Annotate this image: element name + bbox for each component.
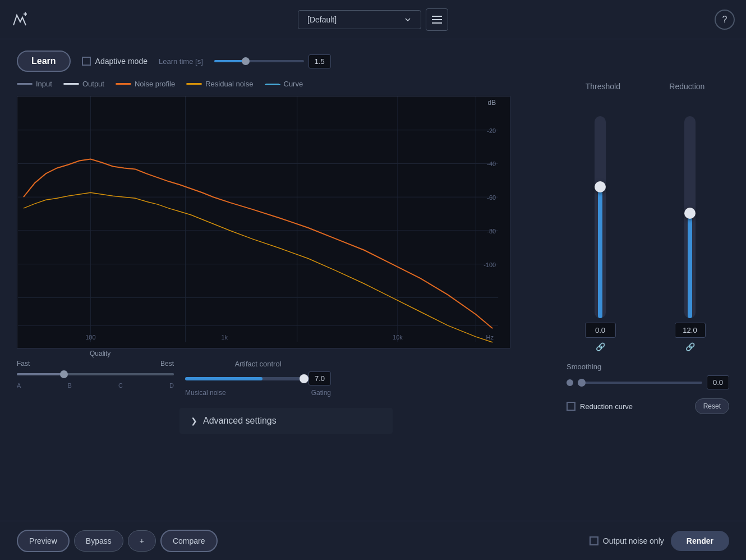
- menu-line-1: [432, 16, 442, 17]
- legend-curve-line: [265, 84, 280, 85]
- svg-text:10k: 10k: [393, 334, 403, 341]
- advanced-settings-chevron: ❯: [191, 416, 197, 425]
- footer: Preview Bypass + Compare Output noise on…: [0, 521, 746, 560]
- legend-row: Input Output Noise profile Residual nois…: [17, 80, 561, 88]
- advanced-settings-wrapper: ❯ Advanced settings: [17, 401, 555, 434]
- output-noise-checkbox[interactable]: [590, 536, 598, 545]
- gating-label: Gating: [311, 389, 331, 397]
- output-noise-toggle[interactable]: Output noise only: [590, 536, 664, 545]
- add-button[interactable]: +: [128, 530, 156, 552]
- quality-section: Fast Best A B C D: [17, 360, 174, 389]
- menu-line-2: [432, 19, 442, 20]
- artifact-section-title: Artifact control: [185, 360, 331, 368]
- learn-time-slider-track[interactable]: [214, 60, 304, 62]
- fast-label: Fast: [17, 360, 30, 368]
- adaptive-mode-checkbox[interactable]: [82, 57, 91, 66]
- compare-button[interactable]: Compare: [160, 530, 218, 552]
- threshold-slider-track[interactable]: [595, 116, 606, 318]
- adaptive-mode-toggle[interactable]: Adaptive mode: [82, 57, 148, 66]
- x-axis-labels: Quality: [17, 350, 510, 357]
- artifact-slider-row: 7.0: [185, 371, 331, 385]
- legend-row-wrapper: Input Output Noise profile Residual nois…: [17, 80, 729, 93]
- svg-text:Hz: Hz: [486, 334, 494, 341]
- artifact-slider-fill: [185, 377, 263, 380]
- help-button[interactable]: ?: [715, 10, 735, 30]
- bypass-button[interactable]: Bypass: [74, 530, 123, 552]
- advanced-settings-bar[interactable]: ❯ Advanced settings: [179, 408, 393, 434]
- reduction-curve-checkbox[interactable]: [567, 402, 575, 411]
- reduction-fill: [688, 213, 692, 318]
- menu-line-3: [432, 22, 442, 24]
- learn-time-thumb[interactable]: [242, 57, 250, 65]
- smoothing-label: Smoothing: [567, 362, 729, 371]
- legend-output-label: Output: [82, 80, 104, 88]
- smoothing-value[interactable]: 0.0: [707, 375, 729, 389]
- threshold-fill: [598, 187, 602, 318]
- svg-text:-40: -40: [487, 160, 496, 167]
- reset-button[interactable]: Reset: [695, 398, 729, 414]
- artifact-thumb[interactable]: [300, 374, 308, 383]
- legend-input-line: [17, 83, 33, 85]
- smoothing-start-dot: [567, 379, 573, 386]
- quality-x-label: Quality: [90, 350, 110, 357]
- learn-time-fill: [214, 60, 246, 62]
- legend-noise-profile-line: [116, 83, 131, 85]
- artifact-value[interactable]: 7.0: [308, 371, 331, 385]
- reduction-curve-row: Reduction curve Reset: [567, 398, 729, 414]
- smoothing-section: Smoothing 0.0 Reduction curve Reset: [561, 362, 729, 414]
- footer-right: Output noise only Render: [590, 531, 729, 551]
- smoothing-slider-track[interactable]: [578, 382, 702, 384]
- learn-time-slider-container: 1.5: [214, 54, 331, 68]
- bottom-controls: Fast Best A B C D: [17, 360, 510, 397]
- logo-icon: [11, 10, 31, 30]
- reduction-thumb[interactable]: [684, 208, 696, 219]
- quality-fill: [17, 373, 64, 375]
- top-controls: Learn Adaptive mode Learn time [s] 1.5: [17, 51, 729, 72]
- graph-wrapper: -20 -40 -60 -80 -100 dB 100 1k 10k Hz: [17, 96, 555, 348]
- advanced-settings-label: Advanced settings: [203, 416, 277, 426]
- artifact-slider-track[interactable]: [185, 377, 304, 380]
- render-button[interactable]: Render: [671, 531, 729, 551]
- section-headers: Threshold Reduction: [561, 82, 729, 91]
- svg-text:dB: dB: [488, 99, 496, 107]
- threshold-value-box[interactable]: 0.0: [585, 323, 616, 338]
- legend-residual-noise-label: Residual noise: [205, 80, 253, 88]
- adaptive-mode-label: Adaptive mode: [95, 57, 148, 66]
- menu-button[interactable]: [426, 8, 448, 31]
- smoothing-thumb[interactable]: [578, 379, 586, 387]
- svg-text:-100: -100: [483, 261, 496, 268]
- preset-select[interactable]: [Default]: [298, 10, 421, 29]
- svg-text:1k: 1k: [222, 334, 228, 341]
- quality-thumb[interactable]: [60, 370, 68, 378]
- quality-slider[interactable]: [17, 373, 174, 375]
- output-noise-label: Output noise only: [603, 536, 664, 545]
- threshold-thumb[interactable]: [595, 181, 606, 192]
- content-area: -20 -40 -60 -80 -100 dB 100 1k 10k Hz: [17, 96, 729, 434]
- threshold-link-icon[interactable]: 🔗: [596, 342, 605, 351]
- learn-button[interactable]: Learn: [17, 51, 71, 72]
- best-label: Best: [160, 360, 174, 368]
- learn-time-label: Learn time [s]: [159, 57, 203, 66]
- reduction-link-icon[interactable]: 🔗: [685, 342, 695, 351]
- frequency-graph[interactable]: -20 -40 -60 -80 -100 dB 100 1k 10k Hz: [17, 96, 510, 348]
- preset-area: [Default]: [298, 8, 448, 31]
- legend-residual-noise: Residual noise: [186, 80, 253, 88]
- legend-output: Output: [63, 80, 104, 88]
- legend-noise-profile-label: Noise profile: [135, 80, 175, 88]
- musical-noise-label: Musical noise: [185, 389, 226, 397]
- legend-curve-label: Curve: [284, 80, 303, 88]
- reduction-header: Reduction: [669, 82, 704, 91]
- reduction-value-box[interactable]: 12.0: [675, 323, 706, 338]
- chevron-down-icon: [404, 16, 412, 24]
- quality-tick-a: A: [17, 382, 21, 389]
- svg-text:-60: -60: [487, 194, 496, 201]
- main-content: Learn Adaptive mode Learn time [s] 1.5 I…: [0, 39, 746, 439]
- svg-text:-80: -80: [487, 228, 496, 235]
- reduction-slider-track[interactable]: [684, 116, 696, 318]
- right-panel: 0.0 🔗 12.0 🔗 Smoothing: [555, 96, 729, 434]
- preview-button[interactable]: Preview: [17, 530, 70, 552]
- artifact-labels: Musical noise Gating: [185, 389, 331, 397]
- legend-noise-profile: Noise profile: [116, 80, 175, 88]
- learn-time-value[interactable]: 1.5: [308, 54, 331, 68]
- smoothing-row: 0.0: [567, 375, 729, 389]
